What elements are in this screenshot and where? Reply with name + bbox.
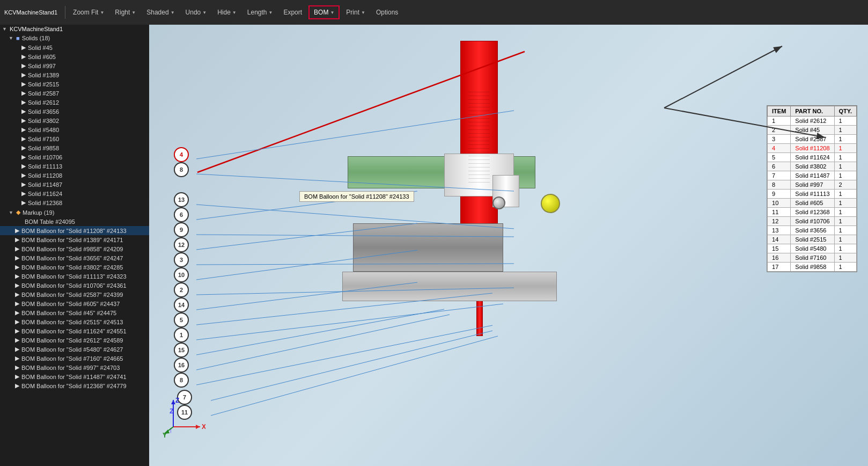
markup-balloon-1389[interactable]: ▶ BOM Balloon for "Solid #1389" #24171 — [0, 235, 149, 244]
solid-10706[interactable]: ▶ Solid #10706 — [0, 152, 149, 162]
balloon-8b[interactable]: 8 — [174, 373, 189, 388]
bom-cell-part: Solid #997 — [791, 180, 834, 190]
bom-table: ITEM PART NO. QTY. 1Solid #261212Solid #… — [767, 105, 857, 272]
markup-balloon-997[interactable]: ▶ BOM Balloon for "Solid #997" #24703 — [0, 363, 149, 372]
svg-line-14 — [196, 315, 450, 370]
svg-line-13 — [196, 309, 444, 355]
toolbar: KCVMachineStand1 Zoom Fit ▼ Right ▼ Shad… — [0, 0, 868, 25]
solid-45[interactable]: ▶ Solid #45 — [0, 43, 149, 52]
bom-cell-item: 9 — [768, 190, 791, 199]
balloon-5[interactable]: 5 — [174, 312, 189, 327]
solid-2612[interactable]: ▶ Solid #2612 — [0, 98, 149, 107]
bom-cell-item: 3 — [768, 135, 791, 144]
bom-cell-item: 12 — [768, 217, 791, 226]
options-button[interactable]: Options — [372, 6, 402, 18]
viewport[interactable]: 4 8 13 6 9 12 3 10 2 14 5 1 15 — [149, 25, 868, 466]
app-title: KCVMachineStand1 — [4, 9, 57, 16]
solid-5480[interactable]: ▶ Solid #5480 — [0, 125, 149, 134]
svg-marker-19 — [196, 425, 200, 429]
tree-root[interactable]: ▼ KCVMachineStand1 — [0, 25, 149, 33]
markup-bom-table[interactable]: BOM Table #24095 — [0, 217, 149, 226]
markup-balloon-11113[interactable]: ▶ BOM Balloon for "Solid #11113" #24323 — [0, 272, 149, 281]
markup-balloon-2612[interactable]: ▶ BOM Balloon for "Solid #2612" #24589 — [0, 336, 149, 345]
svg-line-17 — [211, 336, 498, 416]
solid-11487[interactable]: ▶ Solid #11487 — [0, 180, 149, 189]
solid-12368[interactable]: ▶ Solid #12368 — [0, 198, 149, 207]
balloon-8[interactable]: 8 — [174, 162, 189, 177]
markup-balloon-10706[interactable]: ▶ BOM Balloon for "Solid #10706" #24361 — [0, 281, 149, 290]
bom-cell-qty: 1 — [834, 171, 856, 180]
markup-balloon-9858[interactable]: ▶ BOM Balloon for "Solid #9858" #24209 — [0, 244, 149, 253]
solid-11624[interactable]: ▶ Solid #11624 — [0, 189, 149, 198]
solid-11113[interactable]: ▶ Solid #11113 — [0, 162, 149, 171]
undo-dropdown-icon: ▼ — [202, 10, 207, 15]
tooltip: BOM Balloon for "Solid #11208" #24133 — [299, 191, 414, 202]
bom-row-10: 10Solid #6051 — [768, 199, 857, 208]
solid-3656[interactable]: ▶ Solid #3656 — [0, 107, 149, 116]
balloon-3[interactable]: 3 — [174, 252, 189, 267]
balloon-9[interactable]: 9 — [174, 222, 189, 237]
balloon-2[interactable]: 2 — [174, 282, 189, 297]
markup-balloon-2515[interactable]: ▶ BOM Balloon for "Solid #2515" #24513 — [0, 317, 149, 326]
solid-1389[interactable]: ▶ Solid #1389 — [0, 70, 149, 79]
solid-3802[interactable]: ▶ Solid #3802 — [0, 116, 149, 125]
svg-line-12 — [196, 304, 503, 340]
print-button[interactable]: Print ▼ — [342, 6, 370, 18]
solid-11208[interactable]: ▶ Solid #11208 — [0, 171, 149, 180]
markup-balloon-2587[interactable]: ▶ BOM Balloon for "Solid #2587" #24399 — [0, 290, 149, 299]
bom-row-2: 2Solid #451 — [768, 126, 857, 135]
solid-9858[interactable]: ▶ Solid #9858 — [0, 143, 149, 152]
bom-button[interactable]: BOM ▼ — [308, 5, 340, 19]
undo-button[interactable]: Undo ▼ — [181, 6, 211, 18]
bom-cell-qty: 1 — [834, 153, 856, 162]
svg-text:X: X — [202, 423, 205, 431]
bom-cell-qty: 1 — [834, 144, 856, 153]
markup-balloon-3802[interactable]: ▶ BOM Balloon for "Solid #3802" #24285 — [0, 263, 149, 272]
bom-cell-part: Solid #3656 — [791, 226, 834, 235]
solid-997[interactable]: ▶ Solid #997 — [0, 61, 149, 70]
balloon-16[interactable]: 16 — [174, 358, 189, 373]
balloon-6[interactable]: 6 — [174, 207, 189, 222]
bom-cell-qty: 2 — [834, 180, 856, 190]
balloon-4[interactable]: 4 — [174, 147, 189, 162]
balloon-10[interactable]: 10 — [174, 267, 189, 282]
solid-2515[interactable]: ▶ Solid #2515 — [0, 79, 149, 89]
markup-balloon-11487[interactable]: ▶ BOM Balloon for "Solid #11487" #24741 — [0, 372, 149, 381]
bom-header-qty: QTY. — [834, 106, 856, 116]
left-panel: ▼ KCVMachineStand1 ▼ ■ Solids (18) ▶ Sol… — [0, 25, 149, 466]
export-button[interactable]: Export — [279, 6, 306, 18]
solid-605[interactable]: ▶ Solid #605 — [0, 52, 149, 61]
markup-balloon-11624[interactable]: ▶ BOM Balloon for "Solid #11624" #24551 — [0, 326, 149, 336]
markup-section[interactable]: ▼ ◆ Markup (19) — [0, 207, 149, 217]
markup-balloon-3656[interactable]: ▶ BOM Balloon for "Solid #3656" #24247 — [0, 253, 149, 263]
solid-2587[interactable]: ▶ Solid #2587 — [0, 89, 149, 98]
shaded-button[interactable]: Shaded ▼ — [142, 6, 179, 18]
bom-cell-part: Solid #2515 — [791, 235, 834, 244]
bom-cell-item: 1 — [768, 116, 791, 126]
solids-section[interactable]: ▼ ■ Solids (18) — [0, 33, 149, 43]
markup-balloon-12368[interactable]: ▶ BOM Balloon for "Solid #12368" #24779 — [0, 381, 149, 390]
balloon-15[interactable]: 15 — [174, 343, 189, 358]
markup-balloon-11208[interactable]: ▶ BOM Balloon for "Solid #11208" #24133 — [0, 226, 149, 235]
bom-cell-qty: 1 — [834, 199, 856, 208]
markup-balloon-5480[interactable]: ▶ BOM Balloon for "Solid #5480" #24627 — [0, 345, 149, 354]
markup-balloon-45[interactable]: ▶ BOM Balloon for "Solid #45" #24475 — [0, 308, 149, 317]
markup-section-icon: ◆ — [16, 209, 20, 216]
zoom-fit-button[interactable]: Zoom Fit ▼ — [69, 6, 108, 18]
bom-dropdown-icon: ▼ — [330, 10, 334, 15]
bom-cell-qty: 1 — [834, 208, 856, 217]
solid-7160[interactable]: ▶ Solid #7160 — [0, 134, 149, 143]
hide-button[interactable]: Hide ▼ — [213, 6, 241, 18]
balloon-14[interactable]: 14 — [174, 297, 189, 312]
bom-row-12: 12Solid #107061 — [768, 217, 857, 226]
right-button[interactable]: Right ▼ — [111, 6, 140, 18]
balloon-13[interactable]: 13 — [174, 192, 189, 207]
length-button[interactable]: Length ▼ — [243, 6, 277, 18]
markup-balloon-7160[interactable]: ▶ BOM Balloon for "Solid #7160" #24665 — [0, 354, 149, 363]
bom-cell-part: Solid #5480 — [791, 244, 834, 253]
length-dropdown-icon: ▼ — [268, 10, 273, 15]
svg-line-16 — [211, 331, 492, 401]
markup-balloon-605[interactable]: ▶ BOM Balloon for "Solid #605" #24437 — [0, 299, 149, 308]
balloon-12[interactable]: 12 — [174, 237, 189, 252]
balloon-1[interactable]: 1 — [174, 327, 189, 343]
